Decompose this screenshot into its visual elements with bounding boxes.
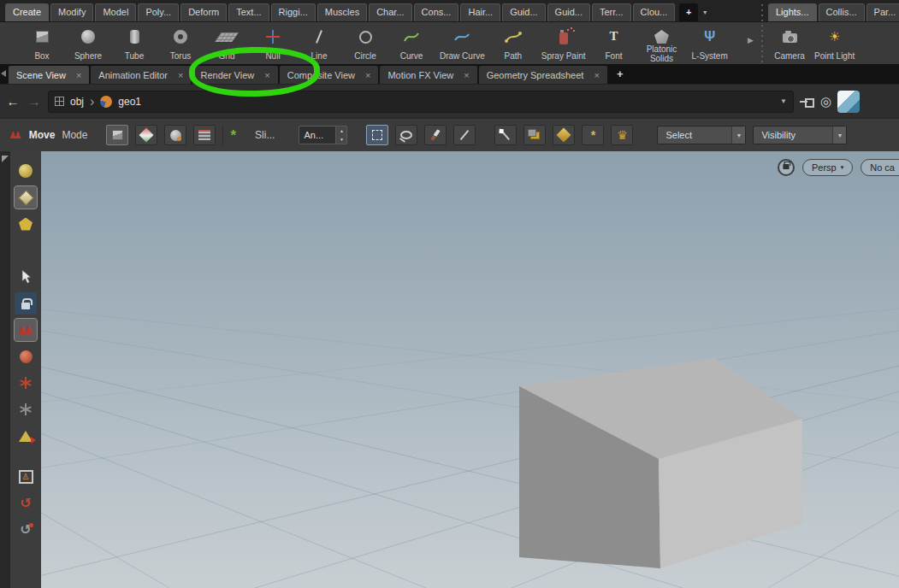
shelf-tab-model[interactable]: Model bbox=[95, 3, 136, 21]
crown-button[interactable]: ♛ bbox=[611, 125, 633, 145]
shelf-tab-hair[interactable]: Hair... bbox=[460, 3, 500, 21]
pane-tab-composite-view[interactable]: Composite View × bbox=[280, 66, 379, 84]
shelf-tab-characters[interactable]: Char... bbox=[369, 3, 411, 21]
shelf-tool-circle[interactable]: Circle bbox=[346, 22, 385, 64]
shelf-splitter-handle[interactable] bbox=[758, 2, 766, 62]
chevron-down-icon[interactable]: ▼ bbox=[731, 126, 745, 144]
shelf-tool-path[interactable]: Path bbox=[494, 22, 533, 64]
breadcrumb-node[interactable]: geo1 bbox=[118, 96, 141, 108]
shelf-tool-platonic-solids[interactable]: Platonic Solids bbox=[641, 22, 683, 64]
animate-dropdown[interactable]: An... ▲ ▼ bbox=[299, 126, 347, 144]
shelf-tab-terrain[interactable]: Terr... bbox=[592, 3, 631, 21]
shelf-tab-rigging[interactable]: Riggi... bbox=[271, 3, 316, 21]
shelf-tab-guides-2[interactable]: Guid... bbox=[547, 3, 590, 21]
node-path-field[interactable]: obj › geo1 ▼ bbox=[48, 91, 794, 113]
handle-gem-button[interactable] bbox=[135, 125, 157, 145]
breadcrumb-context[interactable]: obj bbox=[70, 96, 84, 108]
shelf-tab-clouds[interactable]: Clou... bbox=[633, 3, 676, 21]
shelf-tool-camera[interactable]: Camera bbox=[770, 22, 809, 64]
select-geometry-button[interactable] bbox=[15, 345, 37, 368]
shelf-tool-point-light[interactable]: ☀ Point Light bbox=[813, 22, 856, 64]
shelf-tool-grid[interactable]: Grid bbox=[207, 22, 246, 64]
shelf-tab-lights[interactable]: Lights... bbox=[768, 3, 817, 21]
shelf-menu-arrow-icon[interactable]: ▼ bbox=[698, 3, 712, 21]
shelf-tab-texture[interactable]: Text... bbox=[228, 3, 269, 21]
handle-cube-button[interactable] bbox=[106, 125, 128, 145]
pin-pane-icon[interactable] bbox=[800, 97, 814, 107]
pane-collapse-arrow-icon[interactable] bbox=[1, 70, 6, 77]
close-icon[interactable]: × bbox=[464, 70, 469, 80]
camera-menu-pill[interactable]: Persp ▾ bbox=[802, 159, 853, 176]
align-tool-icon[interactable]: * bbox=[230, 128, 236, 143]
pane-tab-animation-editor[interactable]: Animation Editor × bbox=[91, 66, 191, 84]
select-wand-button[interactable] bbox=[494, 125, 517, 145]
shelf-tool-sphere[interactable]: Sphere bbox=[68, 22, 108, 64]
animate-spinner[interactable]: ▲ ▼ bbox=[336, 126, 347, 144]
select-dropdown[interactable]: Select ▼ bbox=[657, 126, 746, 144]
spinner-down-icon[interactable]: ▼ bbox=[336, 135, 346, 144]
shelf-tab-constraints[interactable]: Cons... bbox=[414, 3, 459, 21]
animate-value[interactable]: An... bbox=[299, 126, 336, 144]
display-polygons-button[interactable] bbox=[15, 213, 37, 235]
close-icon[interactable]: × bbox=[76, 70, 81, 80]
shelf-tool-box[interactable]: Box bbox=[22, 22, 62, 64]
shelf-tool-spray-paint[interactable]: Spray Paint bbox=[540, 22, 588, 64]
pane-splitter-arrow-icon[interactable] bbox=[2, 156, 9, 162]
select-tool-button[interactable] bbox=[15, 266, 37, 288]
close-icon[interactable]: × bbox=[365, 70, 370, 80]
pane-tab-geometry-spreadsheet[interactable]: Geometry Spreadsheet × bbox=[479, 66, 607, 84]
box-select-button[interactable] bbox=[366, 125, 388, 145]
select-scene-graph-button[interactable] bbox=[15, 398, 37, 420]
camera-lock-badge[interactable] bbox=[778, 159, 795, 176]
select-containers-button[interactable] bbox=[523, 125, 546, 145]
shelf-tab-poly[interactable]: Poly... bbox=[138, 3, 179, 21]
shelf-tool-null[interactable]: Null bbox=[253, 22, 293, 64]
follow-target-icon[interactable]: ◎ bbox=[820, 95, 831, 108]
shelf-tool-draw-curve[interactable]: Draw Curve bbox=[438, 22, 487, 64]
close-icon[interactable]: × bbox=[178, 70, 183, 80]
shelf-tool-font[interactable]: T Font bbox=[594, 22, 634, 64]
close-icon[interactable]: × bbox=[594, 70, 599, 80]
chevron-down-icon[interactable]: ▼ bbox=[832, 126, 846, 144]
add-pane-tab-button[interactable]: + bbox=[612, 68, 628, 80]
shelf-tool-curve[interactable]: Curve bbox=[392, 22, 431, 64]
select-dynamics-button[interactable] bbox=[15, 372, 37, 394]
pane-tab-scene-view[interactable]: Scene View × bbox=[9, 66, 89, 84]
pane-tab-render-view[interactable]: Render View × bbox=[192, 66, 277, 84]
close-icon[interactable]: × bbox=[264, 70, 269, 80]
shelf-tab-muscles[interactable]: Muscles bbox=[317, 3, 367, 21]
snap-button[interactable]: * bbox=[582, 125, 604, 145]
pose-tool-button[interactable] bbox=[15, 425, 37, 447]
handle-slice-button[interactable] bbox=[193, 125, 216, 145]
handle-pivot-button[interactable] bbox=[164, 125, 186, 145]
shelf-tab-deform[interactable]: Deform bbox=[180, 3, 227, 21]
shelf-tab-create[interactable]: Create bbox=[5, 3, 49, 21]
shelf-tool-tube[interactable]: Tube bbox=[115, 22, 154, 64]
scene-viewport[interactable]: Persp ▾ No ca bbox=[41, 151, 899, 588]
character-picker-button[interactable]: ♙ bbox=[15, 466, 37, 488]
shelf-tool-line[interactable]: Line bbox=[299, 22, 339, 64]
spinner-up-icon[interactable]: ▲ bbox=[336, 126, 346, 135]
lasso-select-button[interactable] bbox=[395, 125, 417, 145]
shelf-overflow-arrow-icon[interactable]: ▶ bbox=[748, 36, 754, 44]
display-volume-button[interactable] bbox=[15, 160, 37, 182]
rotate-handle-button[interactable]: ↺ bbox=[15, 492, 37, 514]
display-primitives-button[interactable] bbox=[15, 186, 37, 209]
shelf-tool-l-system[interactable]: Ψ L-System bbox=[690, 22, 730, 64]
visibility-dropdown[interactable]: Visibility ▼ bbox=[753, 126, 847, 144]
brush-select-button[interactable] bbox=[424, 125, 447, 145]
back-arrow-icon[interactable]: ← bbox=[5, 94, 21, 109]
shelf-tab-guides-1[interactable]: Guid... bbox=[502, 3, 545, 21]
laser-select-button[interactable] bbox=[453, 125, 476, 145]
shelf-tab-collisions[interactable]: Collis... bbox=[819, 3, 865, 21]
orient-handle-button[interactable]: ↺ bbox=[15, 519, 37, 541]
pane-tab-motion-fx-view[interactable]: Motion FX View × bbox=[380, 66, 476, 84]
shelf-tab-modify[interactable]: Modify bbox=[50, 3, 93, 21]
pane-corner-icon[interactable] bbox=[837, 91, 860, 113]
add-shelf-tab-button[interactable]: + bbox=[679, 3, 698, 21]
select-objects-button[interactable]: ♟♟ bbox=[15, 319, 37, 341]
forward-arrow-icon[interactable]: → bbox=[27, 94, 42, 109]
secure-selection-button[interactable] bbox=[15, 292, 37, 315]
select-gold-diamond-button[interactable] bbox=[553, 125, 575, 145]
path-dropdown-arrow-icon[interactable]: ▼ bbox=[780, 97, 787, 105]
